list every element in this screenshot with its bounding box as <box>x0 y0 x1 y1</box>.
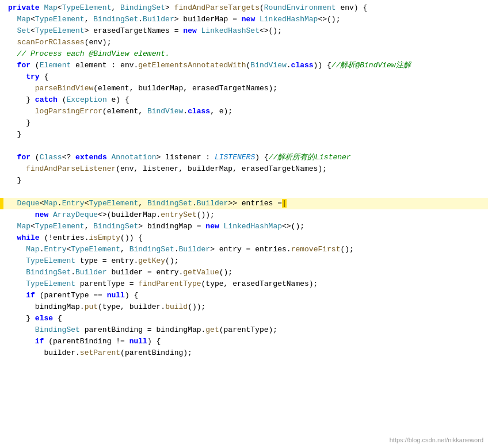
code-line: Map.Entry<TypeElement, BindingSet.Builde… <box>0 244 488 255</box>
code-line <box>0 186 488 198</box>
code-line: BindingSet.Builder builder = entry.getVa… <box>0 267 488 278</box>
code-line: Set<TypeElement> erasedTargetNames = new… <box>0 25 488 37</box>
watermark: https://blog.csdn.net/nikkaneword <box>390 435 483 446</box>
code-line: Map<TypeElement, BindingSet> bindingMap … <box>0 221 488 232</box>
code-line: for (Class<? extends Annotation> listene… <box>0 152 488 163</box>
code-line-highlighted: Deque<Map.Entry<TypeElement, BindingSet.… <box>0 198 488 209</box>
code-line: scanForRClasses(env); <box>0 37 488 48</box>
code-line: // Process each @BindView element. <box>0 48 488 60</box>
code-line: } <box>0 129 488 140</box>
code-line: parseBindView(element, builderMap, erase… <box>0 83 488 94</box>
code-line: TypeElement parentType = findParentType(… <box>0 278 488 290</box>
code-line: if (parentBinding != null) { <box>0 336 488 347</box>
code-container: private Map<TypeElement, BindingSet> fin… <box>0 0 488 448</box>
code-line: findAndParseListener(env, listener, buil… <box>0 163 488 175</box>
code-line: new ArrayDeque<>(builderMap.entrySet()); <box>0 209 488 221</box>
code-line: if (parentType == null) { <box>0 290 488 301</box>
code-line: private Map<TypeElement, BindingSet> fin… <box>0 2 488 14</box>
code-line: for (Element element : env.getElementsAn… <box>0 60 488 71</box>
code-line: } <box>0 117 488 129</box>
code-line: BindingSet parentBinding = bindingMap.ge… <box>0 324 488 336</box>
code-line: } else { <box>0 313 488 324</box>
code-line: } catch (Exception e) { <box>0 94 488 106</box>
code-line: } <box>0 175 488 186</box>
code-line: while (!entries.isEmpty()) { <box>0 232 488 244</box>
code-line: bindingMap.put(type, builder.build()); <box>0 301 488 313</box>
code-line: builder.setParent(parentBinding); <box>0 347 488 359</box>
code-line: try { <box>0 71 488 83</box>
code-line <box>0 140 488 152</box>
code-line: logParsingError(element, BindView.class,… <box>0 106 488 117</box>
code-line: Map<TypeElement, BindingSet.Builder> bui… <box>0 14 488 25</box>
code-line: TypeElement type = entry.getKey(); <box>0 255 488 267</box>
